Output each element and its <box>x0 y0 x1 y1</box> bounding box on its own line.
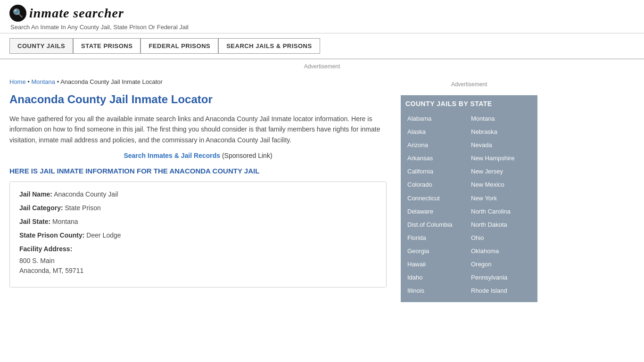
category-label: Jail Category: <box>19 204 63 212</box>
state-link[interactable]: New Mexico <box>469 178 533 191</box>
info-row-state: Jail State: Montana <box>19 217 377 227</box>
nav-county-jails[interactable]: COUNTY JAILS <box>9 38 73 54</box>
tagline: Search An Inmate In Any County Jail, Sta… <box>10 24 635 31</box>
state-link[interactable]: Idaho <box>405 271 469 284</box>
state-link[interactable]: Oregon <box>469 258 533 271</box>
state-link[interactable]: California <box>405 165 469 178</box>
state-val: Montana <box>52 218 78 225</box>
address-line2: Anaconda, MT, 59711 <box>19 266 377 276</box>
state-link[interactable]: Connecticut <box>405 192 469 205</box>
info-row-name: Jail Name: Anaconda County Jail <box>19 189 377 199</box>
state-link[interactable]: Georgia <box>405 245 469 258</box>
info-row-county: State Prison County: Deer Lodge <box>19 230 377 240</box>
breadcrumb: Home • Montana • Anaconda County Jail In… <box>9 78 387 85</box>
logo-icon: 🔍 <box>9 5 26 22</box>
sponsored-link[interactable]: Search Inmates & Jail Records <box>124 152 220 159</box>
content-area: Home • Montana • Anaconda County Jail In… <box>9 74 396 306</box>
nav-search-jails[interactable]: SEARCH JAILS & PRISONS <box>218 38 320 54</box>
county-label: State Prison County: <box>19 231 84 239</box>
state-link[interactable]: New Jersey <box>469 165 533 178</box>
logo-area: 🔍 inmate searcher <box>9 5 635 22</box>
state-link[interactable]: Pennsylvania <box>469 271 533 284</box>
state-list-box: COUNTY JAILS BY STATE AlabamaAlaskaArizo… <box>401 95 537 302</box>
address-label: Facility Address: <box>19 245 72 253</box>
state-link[interactable]: North Carolina <box>469 205 533 218</box>
description-text: We have gathered for you all the availab… <box>9 114 387 145</box>
info-row-category: Jail Category: State Prison <box>19 203 377 213</box>
jail-name-label: Jail Name: <box>19 190 52 198</box>
nav-bar: COUNTY JAILS STATE PRISONS FEDERAL PRISO… <box>0 33 644 59</box>
sponsored-section: Search Inmates & Jail Records (Sponsored… <box>9 152 387 159</box>
state-link[interactable]: Arkansas <box>405 152 469 165</box>
section-heading: HERE IS JAIL INMATE INFORMATION FOR THE … <box>9 167 387 175</box>
state-link[interactable]: Colorado <box>405 178 469 191</box>
state-link[interactable]: Alabama <box>405 112 469 125</box>
page-title: Anaconda County Jail Inmate Locator <box>9 93 387 108</box>
nav-state-prisons[interactable]: STATE PRISONS <box>73 38 140 54</box>
sponsored-label: (Sponsored Link) <box>222 152 272 159</box>
logo-magnifier: 🔍 <box>13 8 23 18</box>
state-link[interactable]: Ohio <box>469 231 533 245</box>
county-val: Deer Lodge <box>86 231 121 239</box>
state-list-grid: AlabamaAlaskaArizonaArkansasCaliforniaCo… <box>405 112 533 297</box>
state-link[interactable]: Dist.of Columbia <box>405 218 469 231</box>
state-list-title: COUNTY JAILS BY STATE <box>405 100 533 107</box>
info-row-address: Facility Address: 800 S. Main Anaconda, … <box>19 244 377 276</box>
state-link[interactable]: Hawaii <box>405 258 469 271</box>
state-label: Jail State: <box>19 218 50 225</box>
states-col-right: MontanaNebraskaNevadaNew HampshireNew Je… <box>469 112 533 297</box>
ad-banner-top: Advertisement <box>0 59 644 74</box>
state-link[interactable]: Alaska <box>405 125 469 139</box>
state-link[interactable]: New Hampshire <box>469 152 533 165</box>
state-link[interactable]: Florida <box>405 231 469 245</box>
sidebar: Advertisement COUNTY JAILS BY STATE Alab… <box>396 74 537 306</box>
breadcrumb-home[interactable]: Home <box>9 78 26 85</box>
jail-name-val: Anaconda County Jail <box>54 190 118 198</box>
nav-federal-prisons[interactable]: FEDERAL PRISONS <box>140 38 218 54</box>
address-line1: 800 S. Main <box>19 256 377 266</box>
state-link[interactable]: Illinois <box>405 284 469 297</box>
category-val: State Prison <box>65 204 100 212</box>
sidebar-ad: Advertisement <box>401 78 537 90</box>
state-link[interactable]: North Dakota <box>469 218 533 231</box>
header: 🔍 inmate searcher Search An Inmate In An… <box>0 0 644 33</box>
breadcrumb-current: Anaconda County Jail Inmate Locator <box>60 78 163 85</box>
state-link[interactable]: Montana <box>469 112 533 125</box>
info-box: Jail Name: Anaconda County Jail Jail Cat… <box>9 181 387 288</box>
breadcrumb-sep2: • <box>55 78 60 85</box>
address-block: 800 S. Main Anaconda, MT, 59711 <box>19 256 377 276</box>
state-link[interactable]: New York <box>469 192 533 205</box>
state-link[interactable]: Arizona <box>405 139 469 152</box>
breadcrumb-sep1: • <box>26 78 32 85</box>
state-link[interactable]: Oklahoma <box>469 245 533 258</box>
logo-text: inmate searcher <box>29 6 124 21</box>
state-link[interactable]: Delaware <box>405 205 469 218</box>
state-link[interactable]: Nebraska <box>469 125 533 139</box>
state-link[interactable]: Nevada <box>469 139 533 152</box>
state-link[interactable]: Rhode Island <box>469 284 533 297</box>
breadcrumb-state[interactable]: Montana <box>31 78 55 85</box>
states-col-left: AlabamaAlaskaArizonaArkansasCaliforniaCo… <box>405 112 469 297</box>
main-layout: Home • Montana • Anaconda County Jail In… <box>0 74 566 306</box>
